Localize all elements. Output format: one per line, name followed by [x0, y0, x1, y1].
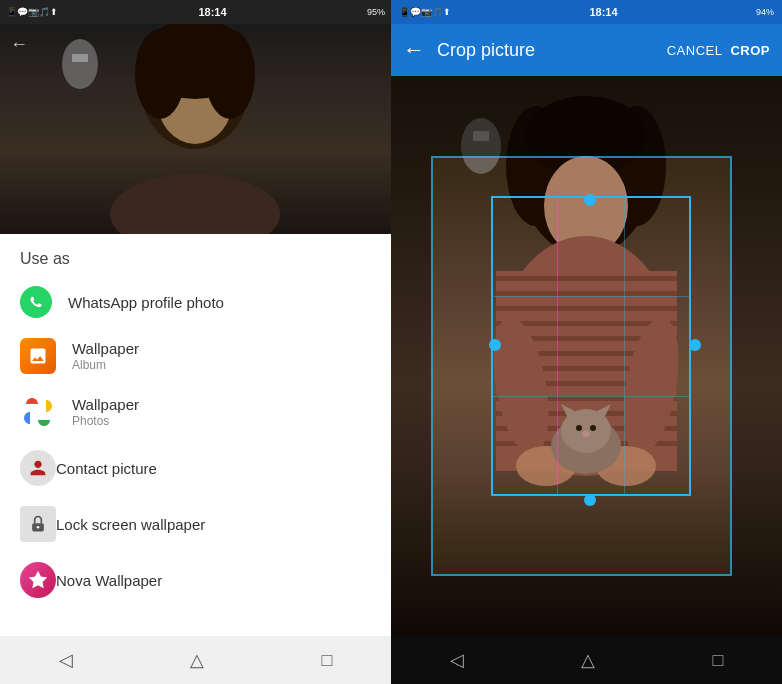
handle-bottom-center[interactable]	[584, 494, 596, 506]
nova-title: Nova Wallpaper	[56, 572, 162, 589]
contact-text: Contact picture	[56, 460, 157, 477]
right-status-icons: 📱💬📷🎵⬆	[399, 7, 451, 17]
right-back-nav[interactable]: ◁	[450, 649, 464, 671]
svg-point-42	[576, 425, 582, 431]
crop-area[interactable]	[391, 76, 782, 636]
gphotos-icon	[20, 394, 56, 430]
right-nav-bar: ◁ △ □	[391, 636, 782, 684]
preview-photo	[0, 24, 391, 234]
toolbar-back-button[interactable]: ←	[403, 37, 425, 63]
crop-overlay-top	[391, 76, 782, 156]
svg-point-44	[582, 431, 590, 437]
cancel-button[interactable]: CANCEL	[667, 43, 723, 58]
left-app-icons: 📱💬📷🎵⬆	[6, 7, 58, 17]
left-back-nav[interactable]: ◁	[59, 649, 73, 671]
right-time: 18:14	[589, 6, 617, 18]
contact-icon	[20, 450, 56, 486]
crop-overlay-bottom	[391, 576, 782, 636]
lock-screen-icon	[20, 506, 56, 542]
crop-photo-bg	[391, 76, 782, 636]
handle-right-center[interactable]	[689, 339, 701, 351]
svg-point-1	[62, 39, 98, 89]
right-recents-nav[interactable]: □	[712, 650, 723, 671]
svg-point-7	[205, 29, 255, 119]
svg-point-6	[135, 29, 185, 119]
left-status-bar: 📱💬📷🎵⬆ 18:14 95%	[0, 0, 391, 24]
left-battery: 95%	[367, 7, 385, 17]
svg-rect-2	[72, 54, 88, 62]
wallpaper-photos-text: Wallpaper Photos	[72, 396, 139, 428]
whatsapp-icon	[20, 286, 52, 318]
left-panel: 📱💬📷🎵⬆ 18:14 95%	[0, 0, 391, 684]
crop-overlay-left	[391, 156, 431, 576]
crop-overlay-right	[732, 156, 782, 576]
svg-point-43	[590, 425, 596, 431]
handle-top-center[interactable]	[584, 194, 596, 206]
contact-title: Contact picture	[56, 460, 157, 477]
crop-photo-svg	[391, 76, 782, 636]
svg-point-10	[37, 526, 40, 529]
album-icon	[20, 338, 56, 374]
handle-left-center[interactable]	[489, 339, 501, 351]
right-panel: 📱💬📷🎵⬆ 18:14 94% ← Crop picture CANCEL CR…	[391, 0, 782, 684]
menu-item-wallpaper-photos[interactable]: Wallpaper Photos	[20, 384, 371, 440]
menu-list: WhatsApp profile photo Wallpaper Album	[20, 276, 371, 608]
nova-text: Nova Wallpaper	[56, 572, 162, 589]
right-app-icons: 📱💬📷🎵⬆	[399, 7, 451, 17]
preview-svg	[0, 24, 391, 234]
wallpaper-album-title: Wallpaper	[72, 340, 139, 357]
left-back-arrow[interactable]: ←	[10, 34, 28, 55]
lock-screen-title: Lock screen wallpaper	[56, 516, 205, 533]
crop-button[interactable]: CROP	[730, 43, 770, 58]
svg-rect-23	[496, 291, 677, 296]
svg-rect-22	[496, 276, 677, 281]
use-as-section: Use as WhatsApp profile photo	[0, 234, 391, 616]
left-home-nav[interactable]: △	[190, 649, 204, 671]
wallpaper-album-text: Wallpaper Album	[72, 340, 139, 372]
svg-rect-24	[496, 306, 677, 311]
use-as-title: Use as	[20, 250, 371, 268]
whatsapp-title: WhatsApp profile photo	[68, 294, 224, 311]
menu-item-contact[interactable]: Contact picture	[20, 440, 371, 496]
left-preview-image: ←	[0, 24, 391, 234]
whatsapp-text: WhatsApp profile photo	[68, 294, 224, 311]
menu-item-whatsapp[interactable]: WhatsApp profile photo	[20, 276, 371, 328]
right-home-nav[interactable]: △	[581, 649, 595, 671]
right-status-bar: 📱💬📷🎵⬆ 18:14 94%	[391, 0, 782, 24]
lock-screen-text: Lock screen wallpaper	[56, 516, 205, 533]
wallpaper-photos-title: Wallpaper	[72, 396, 139, 413]
right-toolbar: ← Crop picture CANCEL CROP	[391, 24, 782, 76]
menu-item-lock-screen[interactable]: Lock screen wallpaper	[20, 496, 371, 552]
wallpaper-album-subtitle: Album	[72, 358, 139, 372]
menu-item-wallpaper-album[interactable]: Wallpaper Album	[20, 328, 371, 384]
right-battery: 94%	[756, 7, 774, 17]
nova-icon	[20, 562, 56, 598]
left-status-icons: 📱💬📷🎵⬆	[6, 7, 58, 17]
left-nav-bar: ◁ △ □	[0, 636, 391, 684]
left-time: 18:14	[198, 6, 226, 18]
left-recents-nav[interactable]: □	[321, 650, 332, 671]
toolbar-title: Crop picture	[437, 40, 667, 61]
wallpaper-photos-subtitle: Photos	[72, 414, 139, 428]
menu-item-nova[interactable]: Nova Wallpaper	[20, 552, 371, 608]
